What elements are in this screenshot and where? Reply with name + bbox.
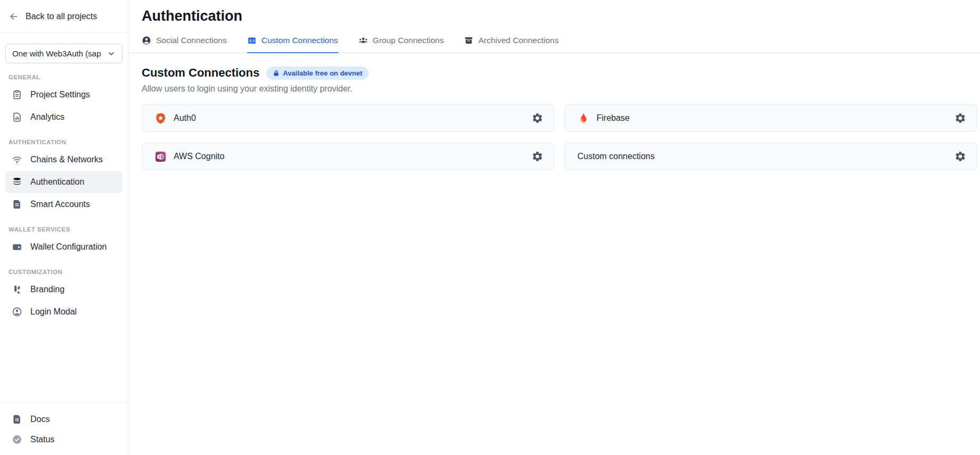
tab-bar: Social Connections Custom Connections Gr… xyxy=(128,36,980,53)
devnet-badge: Available free on devnet xyxy=(266,67,369,80)
connection-card-label: Firebase xyxy=(597,113,948,123)
sidebar-item-label: Smart Accounts xyxy=(30,200,90,209)
firebase-logo xyxy=(577,112,590,125)
project-selector[interactable]: One with Web3Auth (sap xyxy=(5,44,123,63)
person-circle-icon xyxy=(142,36,151,45)
sidebar-item-chains-networks[interactable]: Chains & Networks xyxy=(5,148,123,171)
archive-icon xyxy=(464,36,473,45)
section-description: Allow users to login using your existing… xyxy=(142,84,977,94)
sidebar-item-label: Chains & Networks xyxy=(30,155,103,164)
auth0-logo xyxy=(154,112,167,125)
gear-icon[interactable] xyxy=(954,112,966,124)
sidebar-footer: Docs Status xyxy=(0,401,128,455)
sidebar-item-label: Analytics xyxy=(30,112,64,122)
chevron-down-icon xyxy=(107,49,116,58)
database-icon xyxy=(12,177,22,187)
sidebar: Back to all projects One with Web3Auth (… xyxy=(0,0,128,455)
back-label: Back to all projects xyxy=(26,12,97,21)
gear-icon[interactable] xyxy=(532,112,543,124)
clipboard-icon xyxy=(12,89,22,100)
document-icon xyxy=(12,414,22,425)
lock-icon xyxy=(273,70,280,77)
wallet-icon xyxy=(12,242,22,252)
section-label-customization: CUSTOMIZATION xyxy=(5,269,123,275)
sidebar-item-authentication[interactable]: Authentication xyxy=(5,171,123,193)
id-badge-icon xyxy=(247,36,257,45)
page-title: Authentication xyxy=(142,8,980,24)
section-label-wallet-services: WALLET SERVICES xyxy=(5,226,123,233)
connections-grid: Auth0 Firebase xyxy=(142,104,977,170)
sidebar-item-status[interactable]: Status xyxy=(5,429,123,450)
tab-label: Custom Connections xyxy=(262,36,338,45)
sidebar-item-label: Wallet Configuration xyxy=(30,242,107,252)
user-circle-icon xyxy=(12,307,22,317)
section-heading: Custom Connections xyxy=(142,66,259,80)
back-to-projects-link[interactable]: Back to all projects xyxy=(0,0,128,33)
project-selector-value: One with Web3Auth (sap xyxy=(12,49,107,58)
tab-group-connections[interactable]: Group Connections xyxy=(358,36,444,53)
sidebar-item-branding[interactable]: Branding xyxy=(5,278,123,301)
tab-archived-connections[interactable]: Archived Connections xyxy=(464,36,559,53)
paintbrush-icon xyxy=(12,284,22,295)
aws-cognito-logo xyxy=(154,151,167,163)
wifi-icon xyxy=(12,154,22,165)
sidebar-nav: One with Web3Auth (sap GENERAL Project S… xyxy=(0,33,128,401)
sidebar-item-label: Status xyxy=(30,435,54,444)
sidebar-item-label: Branding xyxy=(30,285,64,294)
main-content: Authentication Social Connections Custom… xyxy=(128,0,980,455)
devnet-badge-label: Available free on devnet xyxy=(283,69,362,77)
sidebar-item-smart-accounts[interactable]: Smart Accounts xyxy=(5,193,123,216)
gear-icon[interactable] xyxy=(532,151,543,162)
section-label-authentication: AUTHENTICATION xyxy=(5,139,123,145)
connection-card-label: Custom connections xyxy=(577,152,948,161)
check-circle-icon xyxy=(12,434,22,445)
sidebar-item-project-settings[interactable]: Project Settings xyxy=(5,84,123,106)
tab-label: Group Connections xyxy=(373,36,444,45)
file-icon xyxy=(12,199,22,210)
sidebar-item-label: Login Modal xyxy=(30,307,77,317)
custom-connections-panel: Custom Connections Available free on dev… xyxy=(128,53,980,170)
connection-card-firebase[interactable]: Firebase xyxy=(565,104,977,132)
section-label-general: GENERAL xyxy=(5,74,123,80)
tab-social-connections[interactable]: Social Connections xyxy=(142,36,227,53)
sidebar-item-docs[interactable]: Docs xyxy=(5,409,123,429)
group-icon xyxy=(358,36,368,45)
connection-card-label: AWS Cognito xyxy=(174,152,525,161)
gear-icon[interactable] xyxy=(954,151,966,162)
arrow-left-icon xyxy=(9,11,19,22)
connection-card-custom-connections[interactable]: Custom connections xyxy=(565,143,977,170)
sidebar-item-label: Docs xyxy=(30,415,50,424)
tab-label: Archived Connections xyxy=(478,36,559,45)
sidebar-item-analytics[interactable]: Analytics xyxy=(5,106,123,128)
sidebar-item-label: Project Settings xyxy=(30,90,90,100)
app-window: Back to all projects One with Web3Auth (… xyxy=(0,0,980,455)
analytics-icon xyxy=(12,112,22,122)
sidebar-item-wallet-configuration[interactable]: Wallet Configuration xyxy=(5,236,123,258)
tab-label: Social Connections xyxy=(156,36,227,45)
tab-custom-connections[interactable]: Custom Connections xyxy=(247,36,338,53)
sidebar-item-label: Authentication xyxy=(30,177,84,187)
sidebar-item-login-modal[interactable]: Login Modal xyxy=(5,301,123,323)
connection-card-auth0[interactable]: Auth0 xyxy=(142,104,554,132)
connection-card-label: Auth0 xyxy=(174,113,525,123)
connection-card-aws-cognito[interactable]: AWS Cognito xyxy=(142,143,554,170)
